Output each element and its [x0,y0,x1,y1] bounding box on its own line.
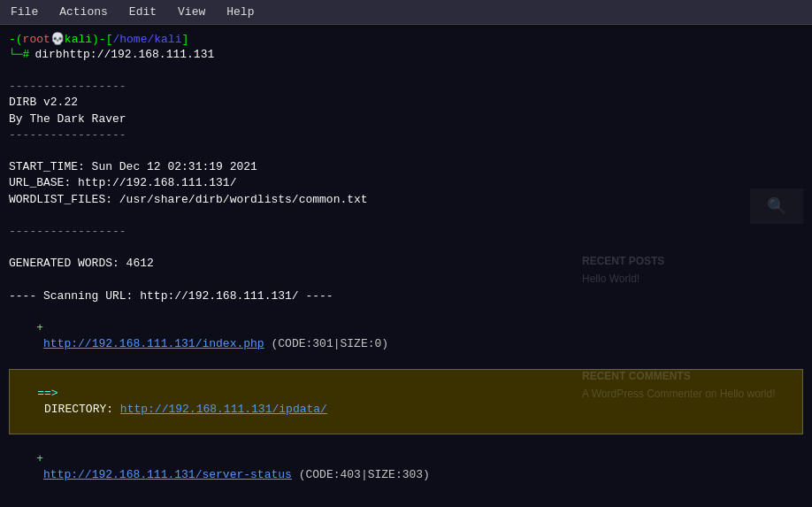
prompt-skull-icon: 💀 [50,32,65,46]
search-box-overlay: 🔍 [750,188,803,224]
prompt-line: -(root💀kali)-[/home/kali] [9,32,803,46]
prompt-open-bracket: -( [9,33,23,46]
terminal-container: -(root💀kali)-[/home/kali] └─# dirb http:… [0,25,812,507]
scanning-url: ---- Scanning URL: http://192.168.111.13… [9,288,803,304]
url-base: URL_BASE: http://192.168.111.131/ [9,175,803,191]
directory-url-1: http://192.168.111.131/ipdata/ [120,403,327,416]
command-text: dirb [34,48,62,61]
result-index: + http://192.168.111.131/index.php (CODE… [9,304,803,369]
menu-help[interactable]: Help [223,4,257,20]
arrow-1: ==> [37,387,57,400]
plus-sign-1: + [36,321,43,334]
blank-line-4 [9,240,803,256]
dirb-author: By The Dark Raver [9,111,803,127]
result-wp-admin: ==> DIRECTORY: http://192.168.111.131/wp… [9,499,803,507]
dirb-version: DIRB v2.22 [9,95,803,111]
prompt-close-bracket: )-[ [92,33,112,46]
directory-label-1: DIRECTORY: [37,403,120,416]
blank-line-5 [9,272,803,288]
separator-2: ----------------- [9,127,803,143]
prompt-bracket-close: ] [181,33,188,46]
result-server-status: + http://192.168.111.131/server-status (… [9,434,803,499]
menu-file[interactable]: File [7,4,42,20]
blank-line-3 [9,208,803,224]
wordlist-files: WORDLIST_FILES: /usr/share/dirb/wordlist… [9,192,803,208]
menu-actions[interactable]: Actions [56,4,111,20]
prompt-host: kali [65,33,92,46]
blank-line-2 [9,143,803,159]
plus-sign-2: + [36,452,43,465]
start-time: START_TIME: Sun Dec 12 02:31:19 2021 [9,159,803,175]
blank-line-1 [9,63,803,79]
result-index-url: http://192.168.111.131/index.php (CODE:3… [36,337,388,350]
prompt-user: root [23,33,50,46]
generated-words: GENERATED WORDS: 4612 [9,256,803,272]
menu-view[interactable]: View [174,4,209,20]
separator-3: ----------------- [9,224,803,240]
command-line: └─# dirb http://192.168.111.131 [9,48,803,61]
command-url: http://192.168.111.131 [63,48,215,61]
menu-edit[interactable]: Edit [126,4,160,20]
menu-bar: File Actions Edit View Help [0,0,812,25]
prompt-path: /home/kali [112,33,181,46]
separator-1: ----------------- [9,79,803,95]
prompt-symbol: └─# [9,48,29,61]
result-server-url: http://192.168.111.131/server-status (CO… [36,468,430,481]
result-ipdata-highlighted: ==> DIRECTORY: http://192.168.111.131/ip… [9,369,803,435]
